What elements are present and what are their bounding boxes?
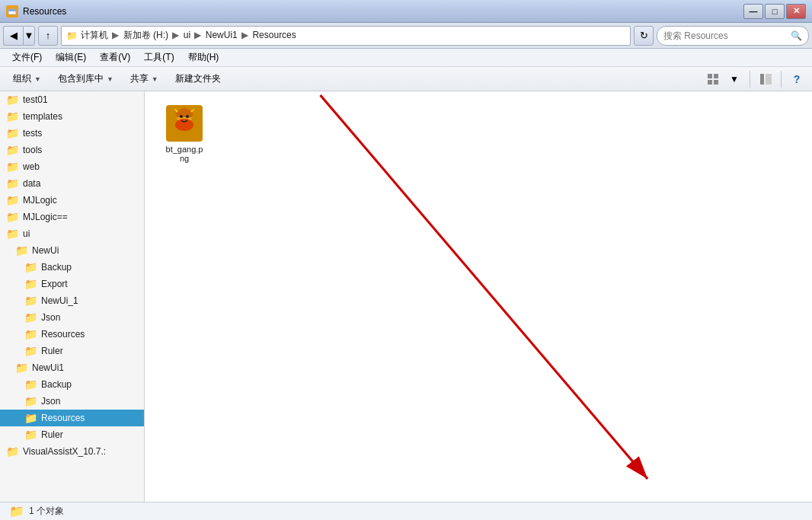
folder-icon: 📁	[24, 295, 37, 307]
sidebar-item-tests[interactable]: 📁tests	[0, 125, 144, 142]
svg-rect-6	[760, 74, 764, 85]
search-icon: 🔍	[791, 30, 802, 41]
menu-tools[interactable]: 工具(T)	[138, 49, 180, 65]
sidebar-item-label: data	[23, 178, 40, 189]
folder-icon: 📁	[24, 412, 37, 424]
sidebar-item-visualassistx-10-7--[interactable]: 📁VisualAssistX_10.7.:	[0, 443, 144, 460]
minimize-button[interactable]: —	[743, 4, 763, 19]
sidebar-item-newui-1[interactable]: 📁NewUi_1	[0, 292, 144, 309]
share-label: 共享	[130, 72, 149, 85]
sidebar-item-label: MJLogic	[23, 195, 57, 206]
sidebar-item-resources[interactable]: 📁Resources	[0, 410, 144, 426]
sidebar-item-data[interactable]: 📁data	[0, 175, 144, 192]
path-icon: 📁	[66, 30, 78, 41]
organize-label: 组织	[13, 72, 31, 85]
search-input[interactable]	[663, 30, 788, 41]
sidebar-item-ui[interactable]: 📁ui	[0, 225, 144, 242]
sidebar-item-label: Json	[41, 312, 60, 323]
svg-line-13	[321, 95, 648, 479]
sidebar-item-label: Export	[41, 279, 68, 289]
sidebar-item-label: Resources	[41, 329, 85, 340]
menu-view[interactable]: 查看(V)	[94, 49, 136, 65]
back-button[interactable]: ◀	[3, 26, 23, 46]
menu-edit[interactable]: 编辑(E)	[50, 49, 92, 65]
close-button[interactable]: ✕	[786, 4, 806, 19]
up-button[interactable]: ↑	[38, 26, 58, 46]
title-bar-left: Resources	[6, 5, 66, 18]
sidebar-item-json[interactable]: 📁Json	[0, 309, 144, 326]
sidebar-item-mjlogic--[interactable]: 📁MJLogic==	[0, 209, 144, 225]
help-button[interactable]: ?	[788, 70, 806, 88]
sidebar-item-label: NewUi1	[32, 362, 64, 373]
svg-rect-5	[714, 80, 718, 85]
organize-button[interactable]: 组织 ▼	[6, 69, 48, 88]
share-button[interactable]: 共享 ▼	[123, 69, 165, 88]
view-icons-button[interactable]	[704, 70, 722, 88]
svg-point-10	[180, 115, 183, 118]
sidebar-item-ruler[interactable]: 📁Ruler	[0, 426, 144, 443]
folder-icon: 📁	[24, 378, 37, 391]
sidebar-item-json[interactable]: 📁Json	[0, 393, 144, 410]
address-path[interactable]: 📁 计算机 ▶ 新加卷 (H:) ▶ ui ▶ NewUi1 ▶ Resourc…	[61, 26, 631, 46]
include-label: 包含到库中	[58, 72, 104, 85]
sidebar-item-tools[interactable]: 📁tools	[0, 142, 144, 158]
sidebar-item-export[interactable]: 📁Export	[0, 276, 144, 292]
folder-icon: 📁	[24, 311, 37, 324]
refresh-button[interactable]: ↻	[634, 26, 654, 46]
include-button[interactable]: 包含到库中 ▼	[51, 69, 120, 88]
sidebar-item-backup[interactable]: 📁Backup	[0, 376, 144, 393]
title-bar: Resources — □ ✕	[0, 0, 812, 23]
folder-icon: 📁	[24, 395, 37, 407]
menu-help[interactable]: 帮助(H)	[182, 49, 225, 65]
window-controls: — □ ✕	[743, 4, 806, 19]
sidebar-item-ruler[interactable]: 📁Ruler	[0, 343, 144, 359]
forward-button[interactable]: ▼	[23, 26, 35, 46]
new-folder-button[interactable]: 新建文件夹	[168, 69, 228, 88]
sidebar-item-web[interactable]: 📁web	[0, 158, 144, 175]
organize-arrow: ▼	[34, 75, 41, 83]
folder-icon: 📁	[6, 211, 19, 223]
sidebar-item-label: templates	[23, 111, 62, 122]
folder-icon: 📁	[6, 94, 19, 106]
annotation-arrow	[145, 91, 812, 502]
svg-rect-7	[766, 74, 772, 85]
status-bar: 📁 1 个对象	[0, 502, 812, 520]
file-item-bt-gang[interactable]: bt_gang.png	[154, 100, 215, 167]
new-folder-label: 新建文件夹	[175, 72, 221, 85]
sidebar-item-newui1[interactable]: 📁NewUi1	[0, 359, 144, 376]
menu-file[interactable]: 文件(F)	[6, 49, 48, 65]
folder-icon: 📁	[24, 278, 37, 290]
menu-bar: 文件(F) 编辑(E) 查看(V) 工具(T) 帮助(H)	[0, 49, 812, 67]
search-box[interactable]: 🔍	[657, 26, 809, 46]
folder-icon: 📁	[6, 194, 19, 206]
folder-icon: 📁	[24, 261, 37, 273]
sidebar-item-label: Resources	[41, 413, 85, 423]
file-thumbnail	[166, 105, 203, 142]
status-text: 1 个对象	[29, 505, 64, 518]
sidebar-item-label: web	[23, 161, 40, 172]
svg-rect-1	[8, 9, 16, 11]
sidebar-item-label: NewUi_1	[41, 295, 78, 306]
folder-icon: 📁	[6, 228, 19, 240]
file-area: bt_gang.png	[145, 91, 812, 502]
sidebar-item-templates[interactable]: 📁templates	[0, 108, 144, 125]
status-folder-icon: 📁	[9, 504, 24, 518]
sidebar-item-backup[interactable]: 📁Backup	[0, 259, 144, 276]
sidebar-item-resources[interactable]: 📁Resources	[0, 326, 144, 343]
sidebar-item-newui[interactable]: 📁NewUi	[0, 242, 144, 259]
sidebar-item-label: tools	[23, 145, 42, 155]
sidebar-item-label: MJLogic==	[23, 212, 68, 222]
folder-icon: 📁	[15, 244, 28, 257]
view-dropdown-button[interactable]: ▼	[725, 70, 743, 88]
path-text: 计算机 ▶ 新加卷 (H:) ▶ ui ▶ NewUi1 ▶ Resources	[81, 29, 296, 42]
maximize-button[interactable]: □	[765, 4, 785, 19]
sidebar-item-label: Backup	[41, 262, 72, 273]
sidebar-item-label: ui	[23, 228, 30, 239]
sidebar-item-test01[interactable]: 📁test01	[0, 91, 144, 108]
svg-point-9	[175, 119, 193, 131]
view-pane-button[interactable]	[756, 70, 775, 88]
address-bar: ◀ ▼ ↑ 📁 计算机 ▶ 新加卷 (H:) ▶ ui ▶ NewUi1 ▶ R…	[0, 23, 812, 49]
file-name: bt_gang.png	[166, 145, 203, 163]
sidebar-item-mjlogic[interactable]: 📁MJLogic	[0, 192, 144, 209]
folder-icon: 📁	[24, 429, 37, 441]
